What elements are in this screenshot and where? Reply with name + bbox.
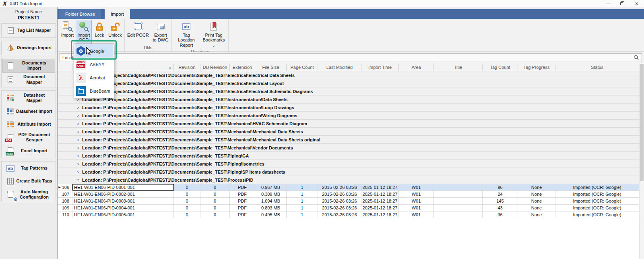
expand-icon[interactable]: ›	[75, 121, 81, 126]
print-tag-bookmarks-button[interactable]: Print Tag Bookmarks ⌄	[200, 20, 227, 49]
sidebar-item-tag-list-mapper[interactable]: Tag List Mapper	[2, 24, 55, 37]
grid-cell[interactable]: None	[518, 205, 555, 211]
sidebar-item-datasheet-mapper[interactable]: Datasheet Mapper	[2, 91, 55, 105]
row-indicator[interactable]: 109	[58, 205, 72, 211]
expand-icon[interactable]: ›	[75, 145, 81, 150]
table-row[interactable]: ▶ 106 HE1-W01-EN06-PID-0001-00100PDF0.96…	[58, 184, 639, 191]
menu-item-abbyy[interactable]: ABBYY OCR ABBYY	[74, 58, 114, 71]
grid-cell[interactable]: 2015-02-26 03:26	[318, 211, 361, 218]
grid-cell[interactable]: 2015-02-26 03:26	[318, 184, 361, 191]
vertical-scrollbar[interactable]	[639, 64, 644, 259]
expand-icon[interactable]: ›	[75, 169, 81, 174]
grid-cell[interactable]: PDF	[230, 198, 255, 204]
group-row[interactable]: › Location: P:\Projects\Cadglobal\PKTEST…	[58, 144, 639, 152]
column-header-file-size[interactable]: File Size	[255, 64, 287, 71]
menu-item-google[interactable]: Google	[74, 44, 114, 58]
grid-cell[interactable]: None	[518, 184, 555, 191]
menu-item-acrobat[interactable]: λ Acrobat	[74, 71, 114, 84]
grid-cell[interactable]: 2025-01-12 18:27	[361, 205, 399, 211]
group-row[interactable]: › Location: P:\Projects\Cadglobal\PKTEST…	[58, 160, 639, 168]
grid-cell[interactable]: 0	[200, 191, 230, 197]
column-header-area[interactable]: Area	[399, 64, 434, 71]
column-header-import-time[interactable]: Import Time	[361, 64, 399, 71]
row-indicator[interactable]: 108	[58, 198, 72, 204]
grid-cell[interactable]: 2015-02-26 03:26	[318, 205, 361, 211]
row-indicator[interactable]: ▶ 106	[58, 184, 72, 191]
grid-cell[interactable]: W01	[399, 184, 434, 191]
row-indicator[interactable]: 107	[58, 191, 72, 197]
grid-cell[interactable]: 2025-01-12 18:27	[361, 211, 399, 218]
grid-cell[interactable]: 0	[174, 184, 200, 191]
grid-cell[interactable]: PDF	[230, 211, 255, 218]
import-button[interactable]: Import	[60, 20, 75, 39]
grid-cell[interactable]	[434, 205, 483, 211]
grid-cell[interactable]: Imported (OCR: Google)	[555, 211, 639, 218]
grid-cell[interactable]: W01	[399, 211, 434, 218]
group-row[interactable]: › Location: P:\Projects\Cadglobal\PKTEST…	[58, 71, 639, 79]
grid-cell[interactable]: 1	[287, 184, 318, 191]
grid-cell[interactable]: W01	[399, 191, 434, 197]
expand-icon[interactable]: ›	[75, 105, 81, 110]
sidebar-item-documents-import[interactable]: Documents Import	[2, 59, 55, 73]
expand-icon[interactable]: ›	[75, 137, 81, 142]
grid-cell[interactable]: 2025-01-12 18:27	[361, 198, 399, 204]
group-row[interactable]: › Location: P:\Projects\Cadglobal\PKTEST…	[58, 176, 639, 184]
column-header-page-count[interactable]: Page Count	[287, 64, 318, 71]
grid-cell[interactable]: None	[518, 198, 555, 204]
grid-cell[interactable]: 0	[174, 198, 200, 204]
expand-icon[interactable]: ›	[75, 129, 81, 134]
column-header-revision[interactable]: Revision	[174, 64, 200, 71]
table-row[interactable]: 107 HE1-W01-EN06-PID-0002-00100PDF0.309 …	[58, 191, 639, 198]
grid-cell[interactable]: None	[518, 191, 555, 197]
grid-cell[interactable]: W01	[399, 198, 434, 204]
grid-cell[interactable]: 2025-01-12 18:27	[361, 184, 399, 191]
grid-cell[interactable]: 0	[200, 211, 230, 218]
find-input[interactable]: Location	[60, 53, 642, 62]
grid-cell[interactable]: 0	[174, 205, 200, 211]
sidebar-item-pdf-document-scraper[interactable]: PDF PDF Document Scraper	[2, 131, 55, 144]
grid-cell[interactable]	[434, 191, 483, 197]
restore-button[interactable]	[615, 0, 630, 7]
edit-pocr-button[interactable]: Edit POCR	[126, 20, 150, 39]
sidebar-item-auto-naming-configuration[interactable]: i⚙ Auto Naming Configuration	[2, 188, 55, 201]
tab-folder-browse[interactable]: Folder Browse	[59, 9, 101, 19]
grid-cell[interactable]: 0.495 MB	[255, 211, 287, 218]
grid-cell[interactable]: HE1-W01-EN06-PID-0004-001	[72, 205, 174, 211]
sidebar-item-excel-import[interactable]: XLSX Excel Import	[2, 145, 55, 157]
column-header-title[interactable]: Title	[434, 64, 483, 71]
expand-icon[interactable]: ›	[75, 113, 81, 118]
grid-cell[interactable]: 43	[483, 205, 518, 211]
grid-cell[interactable]: 0	[174, 191, 200, 197]
grid-cell[interactable]	[434, 198, 483, 204]
grid-cell[interactable]: 1	[287, 205, 318, 211]
column-header-last-modified[interactable]: Last Modified	[318, 64, 361, 71]
menu-item-bluebeam[interactable]: BlueBeam	[74, 84, 114, 97]
close-button[interactable]: ×	[630, 0, 644, 7]
grid-cell[interactable]: PDF	[230, 184, 255, 191]
group-row[interactable]: › Location: P:\Projects\Cadglobal\PKTEST…	[58, 79, 639, 87]
grid-cell[interactable]	[434, 211, 483, 218]
table-row[interactable]: 110 HE1-W01-EN06-PID-0005-00100PDF0.495 …	[58, 211, 639, 218]
search-icon[interactable]	[634, 55, 639, 60]
grid-cell[interactable]: Imported (OCR: Google)	[555, 205, 639, 211]
table-row[interactable]: 109 HE1-W01-EN06-PID-0004-00100PDF0.803 …	[58, 205, 639, 211]
grid-cell[interactable]: 1	[287, 198, 318, 204]
group-row[interactable]: › Location: P:\Projects\Cadglobal\PKTEST…	[58, 152, 639, 160]
grid-cell[interactable]: HE1-W01-EN06-PID-0005-001	[72, 211, 174, 218]
grid-cell[interactable]: Imported (OCR: Google)	[555, 191, 639, 197]
group-row[interactable]: › Location: P:\Projects\Cadglobal\PKTEST…	[58, 128, 639, 136]
expand-icon[interactable]: ›	[75, 161, 81, 166]
column-header-status[interactable]: Status	[555, 64, 639, 71]
sidebar-item-tag-patterns[interactable]: ab Tag Patterns	[2, 162, 55, 175]
group-row[interactable]: › Location: P:\Projects\Cadglobal\PKTEST…	[58, 87, 639, 95]
column-header-tag-count[interactable]: Tag Count	[483, 64, 518, 71]
grid-cell[interactable]: Imported (OCR: Google)	[555, 184, 639, 191]
grid-cell[interactable]: 145	[483, 198, 518, 204]
column-header-extension[interactable]: Extension	[230, 64, 255, 71]
grid-cell[interactable]: 1.094 MB	[255, 198, 287, 204]
sidebar-item-create-bulk-tags[interactable]: Create Bulk Tags	[2, 175, 55, 188]
tab-import[interactable]: Import	[105, 9, 130, 19]
grid-cell[interactable]: 1	[287, 211, 318, 218]
scrollbar-thumb[interactable]	[640, 64, 644, 181]
minimize-button[interactable]	[601, 0, 615, 7]
